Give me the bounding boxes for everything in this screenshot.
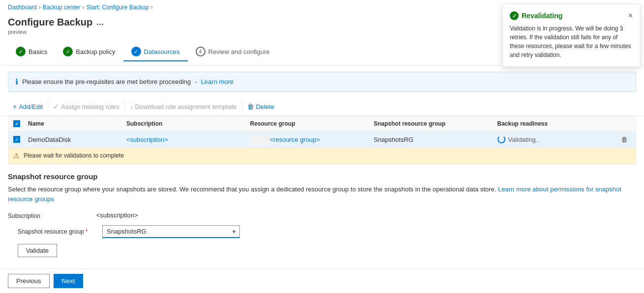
header-name: Name xyxy=(23,116,121,131)
step-label-review: Review and configure xyxy=(208,48,270,55)
row-checkbox[interactable] xyxy=(13,136,20,143)
download-template-button[interactable]: ↓ Download role assignment template xyxy=(125,100,242,113)
snapshot-rg-value: SnapshotsRG xyxy=(107,228,146,235)
notification-header: ✓ Revalidating × xyxy=(510,11,633,20)
snapshot-rg-row: Snapshot resource group SnapshotsRG ▾ xyxy=(18,225,636,238)
notification-title-text: Revalidating xyxy=(522,12,562,20)
header-snapshot-rg: Snapshot resource group xyxy=(369,116,493,131)
table-header: Name Subscription Resource group Snapsho… xyxy=(8,116,636,132)
info-icon: ℹ xyxy=(15,77,18,86)
notification-title: ✓ Revalidating xyxy=(510,11,562,20)
breadcrumb-dashboard[interactable]: Dashboard xyxy=(8,4,37,11)
subscription-value: <subscription> xyxy=(96,210,138,219)
row-backup-readiness: Validating.. xyxy=(493,132,616,147)
toolbar: + Add/Edit ✓ Assign missing roles ↓ Down… xyxy=(0,98,644,116)
page-title-text: Configure Backup xyxy=(8,17,92,28)
row-snapshot-rg: SnapshotsRG xyxy=(369,132,493,147)
header-subscription: Subscription xyxy=(121,116,245,131)
breadcrumb-backup-center[interactable]: Backup center xyxy=(43,4,81,11)
step-circle-review: 4 xyxy=(196,47,205,56)
datasources-table: Name Subscription Resource group Snapsho… xyxy=(8,116,636,164)
add-edit-label: Add/Edit xyxy=(19,103,43,110)
warning-icon: ⚠ xyxy=(13,152,20,160)
step-label-datasources: Datasources xyxy=(144,48,180,55)
delete-button[interactable]: 🗑 Delete xyxy=(242,100,280,113)
validate-button[interactable]: Validate xyxy=(18,244,57,257)
notification-close-button[interactable]: × xyxy=(628,11,633,20)
add-icon: + xyxy=(13,103,17,110)
assign-roles-label: Assign missing roles xyxy=(61,103,119,110)
subscription-value-text: <subscription> xyxy=(96,212,138,219)
notification-popup: ✓ Revalidating × Validation is in progre… xyxy=(502,4,640,67)
snapshot-form: Snapshot resource group SnapshotsRG ▾ Va… xyxy=(18,225,636,257)
step-circle-backup-policy: ✓ xyxy=(63,47,73,56)
header-checkbox[interactable] xyxy=(13,120,20,127)
table-row: DemoDataDisk <subscription> <resource gr… xyxy=(8,132,636,148)
breadcrumb-sep-2: › xyxy=(82,4,84,11)
delete-icon: 🗑 xyxy=(247,103,254,110)
row-subscription: <subscription> xyxy=(121,132,245,147)
download-icon: ↓ xyxy=(130,103,133,110)
wizard-step-backup-policy[interactable]: ✓ Backup policy xyxy=(55,43,123,61)
info-bar: ℹ Please ensure the pre-requisites are m… xyxy=(8,72,636,92)
validating-spinner xyxy=(498,135,505,143)
row-resource-group-value: <resource group> xyxy=(270,136,321,143)
step-circle-datasources: ✓ xyxy=(131,47,141,56)
row-delete-icon[interactable]: 🗑 xyxy=(621,135,628,143)
check-icon: ✓ xyxy=(53,103,59,110)
wizard-step-review[interactable]: 4 Review and configure xyxy=(188,43,278,61)
snapshot-section-desc: Select the resource group where your sna… xyxy=(8,185,636,204)
row-checkbox-cell xyxy=(8,132,23,147)
header-backup-readiness: Backup readiness xyxy=(493,116,616,131)
validating-status: Validating.. xyxy=(498,135,612,143)
row-name[interactable]: DemoDataDisk xyxy=(23,132,121,147)
validating-text: Validating.. xyxy=(508,136,539,143)
step-circle-basics: ✓ xyxy=(16,47,26,56)
breadcrumb-sep-1: › xyxy=(39,4,41,11)
subscription-form-row: Subscription <subscription> xyxy=(8,210,636,219)
notification-body: Validation is in progress. We will be do… xyxy=(510,24,633,59)
chevron-down-icon: ▾ xyxy=(233,228,235,235)
header-actions xyxy=(616,116,636,131)
delete-label: Delete xyxy=(256,103,275,110)
snapshot-desc-text: Select the resource group where your sna… xyxy=(8,186,496,193)
step-label-backup-policy: Backup policy xyxy=(76,48,115,55)
snapshot-rg-dropdown[interactable]: SnapshotsRG ▾ xyxy=(102,225,240,238)
breadcrumb-sep-3: › xyxy=(151,4,153,11)
subscription-label: Subscription xyxy=(8,210,96,219)
snapshot-section: Snapshot resource group Select the resou… xyxy=(0,164,644,265)
info-bar-text: Please ensure the pre-requisites are met… xyxy=(22,78,191,85)
header-checkbox-cell xyxy=(8,116,23,131)
wizard-step-basics[interactable]: ✓ Basics xyxy=(8,43,55,61)
download-template-label: Download role assignment template xyxy=(135,103,237,110)
assign-roles-button[interactable]: ✓ Assign missing roles xyxy=(48,100,125,113)
row-delete-cell: 🗑 xyxy=(616,132,636,147)
breadcrumb-configure[interactable]: Start: Configure Backup xyxy=(86,4,148,11)
validate-row: Validate xyxy=(18,244,636,257)
notification-success-icon: ✓ xyxy=(510,11,519,20)
wizard-step-datasources[interactable]: ✓ Datasources xyxy=(123,43,188,61)
header-resource-group: Resource group xyxy=(245,116,369,131)
warning-text: Please wait for validations to complete xyxy=(24,152,124,159)
step-label-basics: Basics xyxy=(29,48,47,55)
snapshot-section-title: Snapshot resource group xyxy=(8,172,636,181)
row-resource-group xyxy=(250,135,270,144)
info-bar-dash: - xyxy=(195,78,197,85)
warning-row: ⚠ Please wait for validations to complet… xyxy=(8,148,636,164)
snapshot-rg-label: Snapshot resource group xyxy=(18,228,96,235)
add-edit-button[interactable]: + Add/Edit xyxy=(8,100,48,113)
info-bar-link[interactable]: Learn more xyxy=(201,78,234,85)
more-options-button[interactable]: ... xyxy=(96,17,104,27)
row-resource-group-cell: <resource group> xyxy=(245,132,369,147)
